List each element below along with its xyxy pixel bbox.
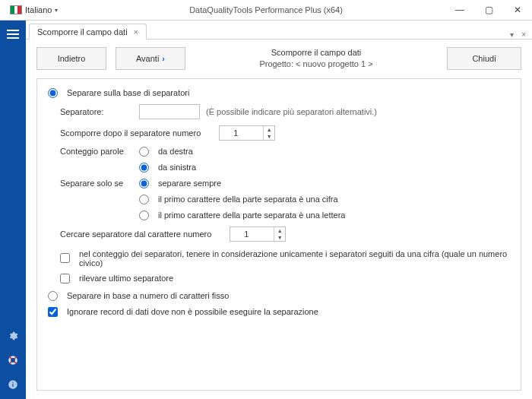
flag-icon <box>10 5 22 14</box>
mode-separators-row: Separare sulla base di separatori <box>48 88 510 98</box>
wizard-title-block: Scomporre il campo dati Progetto: < nuov… <box>195 47 438 71</box>
spin-down-icon[interactable]: ▼ <box>264 133 274 140</box>
help-button[interactable] <box>4 351 22 369</box>
svg-rect-7 <box>12 382 13 383</box>
menu-button[interactable] <box>4 25 22 43</box>
next-button[interactable]: Avanti › <box>116 47 185 70</box>
search-from-row: Cercare separatore dal carattere numero … <box>60 226 510 242</box>
next-label: Avanti <box>136 54 159 63</box>
radio-from-left[interactable] <box>139 163 149 173</box>
spin-up-icon[interactable]: ▲ <box>264 126 274 133</box>
svg-rect-0 <box>7 30 19 31</box>
gear-icon <box>8 331 18 341</box>
chk-last-sep-label: rilevare ultimo separatore <box>79 274 173 283</box>
mode-separators-label: Separare sulla base di separatori <box>67 88 189 97</box>
tabstrip: Scomporre il campo dati × ▾ × <box>26 21 532 40</box>
lifebuoy-icon <box>8 355 18 366</box>
language-label: Italiano <box>25 5 52 14</box>
from-right-label: da destra <box>158 147 193 156</box>
minimize-button[interactable]: — <box>445 0 474 20</box>
chevron-down-icon: ▾ <box>55 7 58 14</box>
checkbox-detect-last-separator[interactable] <box>60 274 70 283</box>
separator-input[interactable] <box>139 104 200 119</box>
after-sep-spinner[interactable]: 1 ▲ ▼ <box>219 125 275 141</box>
mode-fixed-row: Separare in base a numero di caratteri f… <box>48 291 510 301</box>
hamburger-icon <box>7 29 19 40</box>
only-if-row3: il primo carattere della parte separata … <box>139 211 510 220</box>
search-from-spinner[interactable]: 1 ▲ ▼ <box>230 226 286 242</box>
window-buttons: — ▢ ✕ <box>445 0 532 20</box>
content: Scomporre il campo dati × ▾ × Indietro A… <box>26 21 532 399</box>
chk-followed-row: nel conteggio dei separatori, tenere in … <box>60 249 510 268</box>
wizard-header: Indietro Avanti › Scomporre il campo dat… <box>26 40 532 75</box>
spin-up-icon[interactable]: ▲ <box>274 227 285 234</box>
word-count-row2: da sinistra <box>139 163 510 173</box>
first-digit-label: il primo carattere della parte separata … <box>158 195 338 204</box>
radio-mode-separators[interactable] <box>48 88 58 98</box>
only-if-label: Separare solo se <box>60 179 133 188</box>
back-button[interactable]: Indietro <box>36 47 106 70</box>
chk-ignore-row: Ignorare record di dati dove non è possi… <box>48 307 510 317</box>
language-selector[interactable]: Italiano ▾ <box>5 3 63 17</box>
first-letter-label: il primo carattere della parte separata … <box>158 211 345 220</box>
mode-fixed-label: Separare in base a numero di caratteri f… <box>67 291 229 300</box>
only-if-row: Separare solo se separare sempre <box>60 179 510 188</box>
always-label: separare sempre <box>158 179 221 188</box>
close-label: Chiudi <box>472 54 496 63</box>
wizard-title: Scomporre il campo dati <box>195 47 438 59</box>
info-button[interactable] <box>4 375 22 394</box>
wizard-subtitle: Progetto: < nuovo progetto 1 > <box>195 59 438 70</box>
separator-row: Separatore: (È possibile indicare più se… <box>60 104 510 119</box>
close-button[interactable]: Chiudi <box>447 47 521 70</box>
radio-mode-fixed[interactable] <box>48 291 58 301</box>
chk-ignore-label: Ignorare record di dati dove non è possi… <box>67 307 318 316</box>
sidebar <box>0 21 26 399</box>
separator-hint: (È possibile indicare più separatori alt… <box>206 107 377 116</box>
word-count-row: Conteggio parole da destra <box>60 147 510 157</box>
checkbox-only-followed-by-digit[interactable] <box>60 253 70 263</box>
titlebar: Italiano ▾ DataQualityTools Performance … <box>0 0 532 21</box>
search-from-value: 1 <box>244 230 249 239</box>
close-window-button[interactable]: ✕ <box>503 0 532 20</box>
word-count-label: Conteggio parole <box>60 147 133 156</box>
settings-button[interactable] <box>4 327 22 345</box>
only-if-row2: il primo carattere della parte separata … <box>139 195 510 204</box>
separator-label: Separatore: <box>60 107 133 116</box>
chk-last-sep-row: rilevare ultimo separatore <box>60 274 510 283</box>
form-panel: Separare sulla base di separatori Separa… <box>36 78 521 391</box>
svg-rect-6 <box>12 384 13 387</box>
radio-first-letter[interactable] <box>139 211 149 220</box>
radio-from-right[interactable] <box>139 147 149 157</box>
maximize-button[interactable]: ▢ <box>474 0 503 20</box>
tab-scomporre[interactable]: Scomporre il campo dati × <box>29 24 147 40</box>
tab-close-button[interactable]: × <box>134 28 138 36</box>
tab-dropdown-icon[interactable]: ▾ <box>510 30 514 39</box>
tab-close-all-icon[interactable]: × <box>521 30 526 39</box>
svg-rect-1 <box>7 33 19 35</box>
tab-tools: ▾ × <box>510 30 532 39</box>
search-from-label: Cercare separatore dal carattere numero <box>60 230 211 239</box>
spin-down-icon[interactable]: ▼ <box>274 234 285 241</box>
after-sep-label: Scomporre dopo il separatore numero <box>60 128 201 138</box>
tab-label: Scomporre il campo dati <box>37 27 128 36</box>
svg-rect-2 <box>7 37 19 39</box>
from-left-label: da sinistra <box>158 163 196 172</box>
chevron-right-icon: › <box>162 54 165 63</box>
after-sep-row: Scomporre dopo il separatore numero 1 ▲ … <box>60 125 510 141</box>
back-label: Indietro <box>58 54 86 63</box>
chk-followed-label: nel conteggio dei separatori, tenere in … <box>79 249 510 268</box>
radio-first-digit[interactable] <box>139 195 149 204</box>
checkbox-ignore-unsplittable[interactable] <box>48 307 58 317</box>
radio-always[interactable] <box>139 179 149 188</box>
info-icon <box>8 379 18 390</box>
after-sep-value: 1 <box>233 128 238 138</box>
